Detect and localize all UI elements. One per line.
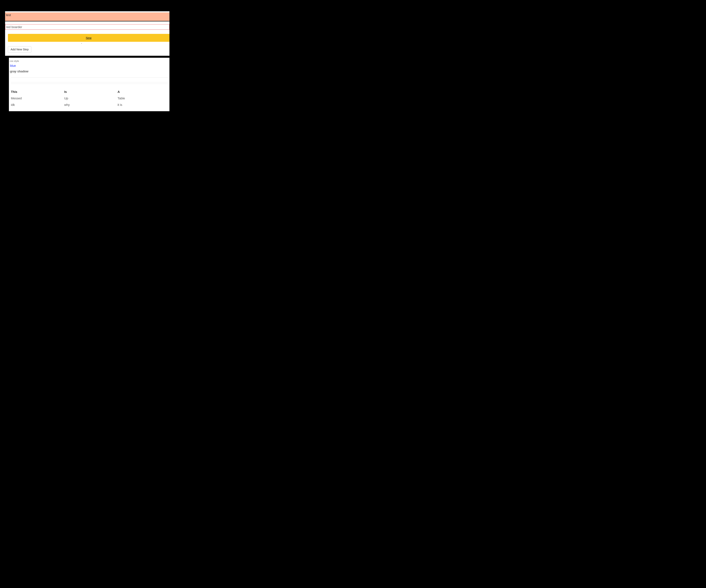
table-row: idk why it is bbox=[11, 102, 168, 109]
css-style-label: css style bbox=[10, 60, 168, 62]
new-link[interactable]: New bbox=[86, 36, 91, 40]
divider-group bbox=[11, 78, 168, 84]
table-cell: why bbox=[64, 102, 118, 109]
top-panel: test red boarder New . Add New Step bbox=[5, 11, 169, 56]
table-cell: it is bbox=[117, 102, 168, 109]
table-cell: Up bbox=[64, 96, 118, 102]
page-root: test red boarder New . Add New Step css … bbox=[0, 11, 169, 117]
table-header-row: This Is A bbox=[11, 89, 168, 96]
table-cell: idk bbox=[11, 102, 64, 109]
blue-text-example: blue bbox=[10, 64, 168, 68]
demo-table: This Is A Messed Up Table idk why it is bbox=[11, 89, 168, 109]
table-cell: Messed bbox=[11, 96, 64, 102]
table-header-cell: This bbox=[11, 89, 64, 96]
red-border-field[interactable]: red boarder bbox=[5, 24, 169, 30]
dot-marker: . bbox=[0, 42, 169, 43]
table-cell: Table bbox=[117, 96, 168, 102]
yellow-bar: New bbox=[8, 34, 169, 42]
add-new-step-button[interactable]: Add New Step bbox=[8, 46, 31, 53]
peach-banner: test bbox=[5, 12, 169, 22]
table-row: Messed Up Table bbox=[11, 96, 168, 102]
panel-gap bbox=[5, 56, 169, 58]
bottom-panel: css style blue gray shadow This Is A Mes… bbox=[9, 58, 169, 111]
divider-line bbox=[11, 84, 168, 84]
table-header-cell: Is bbox=[64, 89, 118, 96]
gray-shadow-text-example: gray shadow bbox=[10, 70, 168, 73]
table-header-cell: A bbox=[117, 89, 168, 96]
